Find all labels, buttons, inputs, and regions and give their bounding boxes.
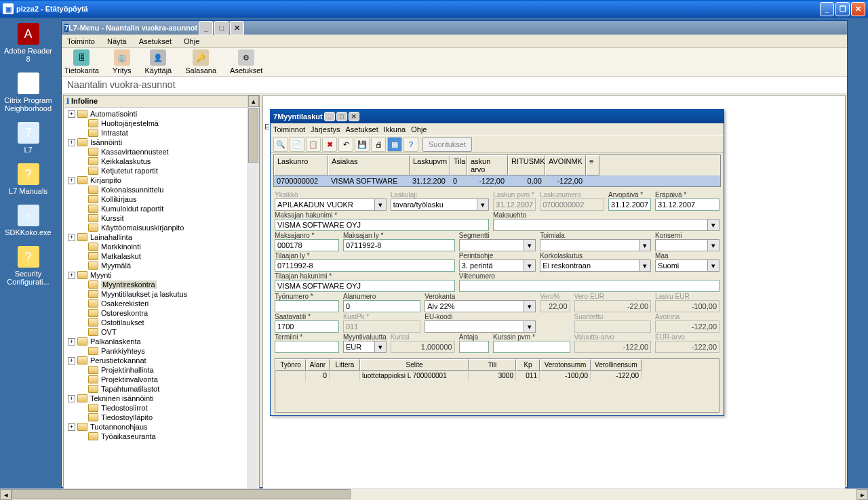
undo-icon[interactable]: ↶	[338, 137, 353, 152]
field-input[interactable]: Suomi	[655, 259, 719, 272]
toolbar-button[interactable]: 🔑Salasana	[185, 49, 216, 75]
menu-item[interactable]: Ikkuna	[384, 125, 406, 133]
horizontal-scrollbar[interactable]: ◂ ▸	[0, 488, 868, 500]
scroll-thumb[interactable]	[248, 108, 258, 163]
l7-maximize-button[interactable]: □	[214, 21, 229, 35]
dialog-close-button[interactable]: ✕	[349, 112, 359, 121]
field-input[interactable]: 0711992-8	[275, 259, 455, 272]
tree-node[interactable]: Tiedostosiirrot	[79, 403, 259, 413]
field-input[interactable]	[459, 280, 719, 292]
field-input[interactable]	[275, 341, 339, 353]
tree-node[interactable]: Intrastat	[79, 128, 259, 138]
tree-node[interactable]: Myymälä	[79, 261, 259, 270]
tree-node[interactable]: Kassavirtaennusteet	[79, 147, 259, 157]
view-icon[interactable]: ▦	[387, 137, 402, 152]
column-header[interactable]: Työnro	[275, 359, 306, 371]
menu-item[interactable]: Asetukset	[345, 125, 378, 133]
scroll-left-icon[interactable]: ◂	[0, 489, 12, 500]
field-input[interactable]: 000178	[275, 239, 339, 251]
column-header[interactable]: Verotonsumm	[540, 359, 591, 371]
tree-node[interactable]: Ketjutetut raportit	[79, 166, 259, 175]
tree-node[interactable]: +Palkanlaskenta	[68, 337, 259, 346]
l7-minimize-button[interactable]: _	[199, 21, 213, 35]
field-input[interactable]: 31.12.2007	[608, 199, 651, 211]
tree-node[interactable]: Käyttöomaisuuskirjanpito	[79, 223, 259, 232]
toolbar-button[interactable]: ⚙Asetukset	[230, 49, 262, 75]
field-input[interactable]: 0	[343, 300, 420, 312]
maximize-button[interactable]: ❐	[835, 2, 850, 16]
tree-node[interactable]: Keikkalaskutus	[79, 157, 259, 166]
toolbar-button[interactable]: 🏢Yritys	[113, 49, 132, 75]
hscroll-thumb[interactable]	[12, 489, 351, 499]
tree-node[interactable]: Ostoreskontra	[79, 308, 259, 318]
close-button[interactable]: ✕	[851, 2, 865, 16]
tree-scrollbar[interactable]: ▴	[248, 96, 259, 498]
tree-node[interactable]: +Lainahallinta	[68, 232, 259, 242]
tree-node[interactable]: Huoltojärjestelmä	[79, 119, 259, 128]
field-input[interactable]	[425, 320, 536, 333]
tree-node[interactable]: Osakerekisteri	[79, 299, 259, 308]
grid-menu-icon[interactable]: ≡	[586, 155, 599, 175]
tree-node[interactable]: Työaikaseuranta	[79, 432, 259, 441]
tree-node[interactable]: +Tekninen isännöinti	[68, 394, 259, 403]
column-header[interactable]: Selite	[360, 359, 469, 371]
scroll-up-icon[interactable]: ▴	[248, 96, 259, 107]
tree-node[interactable]: Pankkiyhteys	[79, 346, 259, 356]
desktop-icon[interactable]: 7L7	[3, 122, 54, 154]
field-input[interactable]	[493, 341, 570, 353]
tree-node[interactable]: Kollikirjaus	[79, 194, 259, 204]
desktop-icon[interactable]: ●Citrix Program Neighborhood	[3, 72, 54, 112]
column-header[interactable]: Laskunro	[274, 155, 328, 175]
delete-icon[interactable]: ✖	[322, 137, 337, 152]
menu-item[interactable]: Näytä	[104, 36, 130, 47]
l7-close-button[interactable]: ✕	[230, 21, 244, 35]
desktop-icon[interactable]: ?Security Configurati...	[3, 246, 54, 286]
field-input[interactable]: 1700	[275, 320, 339, 333]
field-input[interactable]: EUR	[343, 341, 387, 353]
scroll-right-icon[interactable]: ▸	[856, 489, 868, 500]
help-icon[interactable]: ?	[403, 137, 418, 152]
column-header[interactable]: Tila	[450, 155, 467, 175]
column-header[interactable]: Tili	[469, 359, 516, 371]
invoice-row[interactable]: 0700000002VISMA SOFTWARE31.12.2000-122,0…	[274, 175, 720, 186]
tree-node[interactable]: OVT	[79, 327, 259, 337]
menu-item[interactable]: Ohje	[181, 36, 202, 47]
tree-node[interactable]: Kurssit	[79, 213, 259, 223]
column-header[interactable]: AVOINMK	[545, 155, 586, 175]
tree-node[interactable]: Kumuloidut raportit	[79, 204, 259, 213]
field-input[interactable]: 0711992-8	[343, 239, 455, 251]
field-input[interactable]	[275, 300, 339, 312]
menu-item[interactable]: Toiminto	[64, 36, 98, 47]
tree-node[interactable]: Projektinhallinta	[79, 365, 259, 375]
tree-node[interactable]: Matkalaskut	[79, 251, 259, 261]
desktop-icon[interactable]: AAdobe Reader 8	[3, 23, 54, 63]
new-icon[interactable]: 📄	[290, 137, 304, 152]
tree-node[interactable]: +Myynti	[68, 270, 259, 280]
toolbar-button[interactable]: 🗄Tietokanta	[64, 49, 99, 75]
search-icon[interactable]: 🔍	[273, 137, 288, 152]
column-header[interactable]: Laskupvm	[410, 155, 450, 175]
tree-node[interactable]: +Kirjanpito	[68, 175, 259, 185]
column-header[interactable]: Asiakas	[328, 155, 410, 175]
tree-node[interactable]: +Perustietokannat	[68, 356, 259, 365]
field-input[interactable]: 31.12.2007	[655, 199, 719, 211]
menu-item[interactable]: Asetukset	[136, 36, 174, 47]
column-header[interactable]: askun arvo	[467, 155, 508, 175]
field-input[interactable]	[459, 239, 536, 251]
field-input[interactable]: VISMA SOFTWARE OYJ	[275, 280, 455, 292]
field-input[interactable]	[540, 239, 651, 251]
desktop-icon[interactable]: ▫SDKKoko.exe	[3, 205, 54, 236]
tree-node[interactable]: Projektinvalvonta	[79, 375, 259, 384]
menu-item[interactable]: Toiminnot	[273, 125, 305, 133]
tree-node[interactable]: Myyntitilaukset ja laskutus	[79, 289, 259, 299]
print-icon[interactable]: 🖨	[371, 137, 386, 152]
column-header[interactable]: Alanr	[306, 359, 330, 371]
field-input[interactable]	[493, 219, 719, 231]
tree-node[interactable]: Markkinointi	[79, 242, 259, 251]
dialog-maximize-button[interactable]: □	[336, 112, 347, 121]
desktop-icon[interactable]: ?L7 Manuals	[3, 163, 54, 195]
field-input[interactable]: 3. perintä	[459, 259, 536, 272]
field-input[interactable]	[459, 341, 489, 353]
menu-item[interactable]: Ohje	[411, 125, 427, 133]
tree-node[interactable]: +Tuotannonohjaus	[68, 422, 259, 432]
